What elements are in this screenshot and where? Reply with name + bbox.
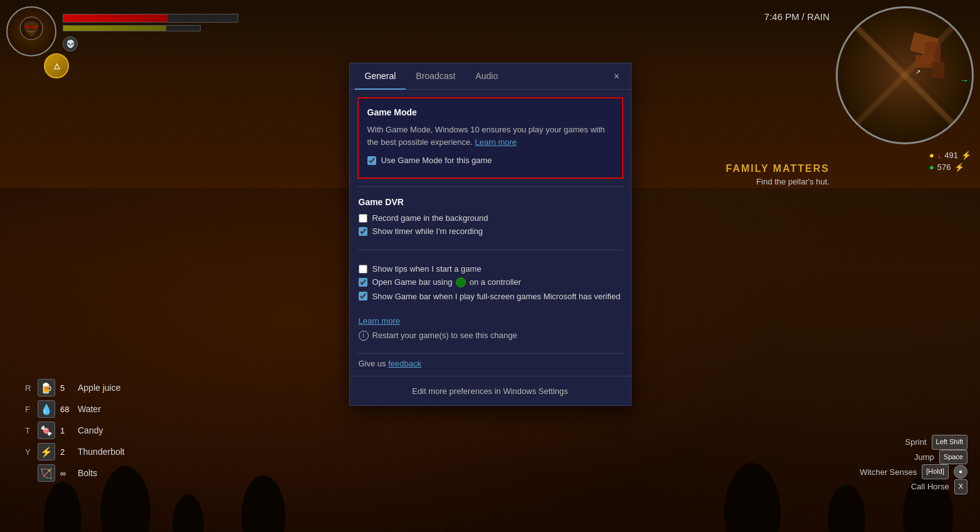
record-background-row: Record game in the background — [359, 213, 622, 223]
use-game-mode-row: Use Game Mode for this game — [367, 156, 613, 165]
game-mode-section: Game Mode With Game Mode, Windows 10 ens… — [357, 97, 623, 179]
use-game-mode-label: Use Game Mode for this game — [381, 156, 492, 165]
restart-note-text: Restart your game(s) to see this change — [372, 331, 517, 340]
record-background-checkbox[interactable] — [359, 214, 367, 223]
divider-1 — [357, 186, 623, 187]
tab-audio[interactable]: Audio — [465, 63, 508, 90]
restart-note: i Restart your game(s) to see this chang… — [359, 328, 622, 343]
extra-settings-section: Show tips when I start a game Open Game … — [350, 253, 631, 312]
game-dvr-title: Game DVR — [359, 197, 622, 207]
open-game-bar-checkbox[interactable] — [359, 278, 367, 287]
show-game-bar-verified-label: Show Game bar when I play full-screen ga… — [372, 292, 621, 301]
game-dvr-section: Game DVR Record game in the background S… — [350, 189, 631, 247]
show-timer-checkbox[interactable] — [359, 227, 367, 236]
record-background-label: Record game in the background — [372, 213, 488, 223]
show-timer-label: Show timer while I'm recording — [372, 226, 483, 236]
show-tips-checkbox[interactable] — [359, 265, 367, 274]
divider-3 — [357, 353, 623, 354]
dialog-body: Game Mode With Game Mode, Windows 10 ens… — [350, 97, 631, 376]
links-section: Learn more i Restart your game(s) to see… — [350, 312, 631, 351]
show-game-bar-verified-checkbox[interactable] — [359, 292, 367, 301]
dialog-footer: Edit more preferences in Windows Setting… — [350, 376, 631, 405]
feedback-section: Give us feedback — [350, 356, 631, 376]
show-game-bar-verified-row: Show Game bar when I play full-screen ga… — [359, 292, 622, 301]
dialog-tab-bar: General Broadcast Audio × — [350, 63, 631, 90]
windows-settings-link[interactable]: Edit more preferences in Windows Setting… — [412, 386, 568, 396]
game-mode-title: Game Mode — [367, 107, 613, 117]
feedback-text: Give us — [359, 359, 389, 368]
use-game-mode-checkbox[interactable] — [367, 156, 376, 165]
show-timer-row: Show timer while I'm recording — [359, 226, 622, 236]
feedback-link[interactable]: feedback — [388, 359, 421, 368]
divider-2 — [357, 250, 623, 250]
open-game-bar-label: Open Game bar using on a controller — [372, 277, 522, 288]
game-mode-learn-more-link[interactable]: Learn more — [475, 137, 517, 147]
tab-broadcast[interactable]: Broadcast — [406, 63, 465, 90]
show-tips-row: Show tips when I start a game — [359, 264, 622, 274]
game-bar-dialog: General Broadcast Audio × Game Mode With… — [349, 63, 631, 406]
dialog-overlay: General Broadcast Audio × Game Mode With… — [0, 0, 980, 532]
info-icon: i — [359, 331, 369, 341]
close-button[interactable]: × — [608, 68, 626, 85]
learn-more-link[interactable]: Learn more — [359, 314, 622, 328]
tab-general[interactable]: General — [355, 63, 406, 90]
game-mode-description: With Game Mode, Windows 10 ensures you p… — [367, 124, 613, 148]
open-game-bar-row: Open Game bar using on a controller — [359, 277, 622, 288]
xbox-icon — [456, 277, 466, 287]
show-tips-label: Show tips when I start a game — [372, 264, 482, 274]
